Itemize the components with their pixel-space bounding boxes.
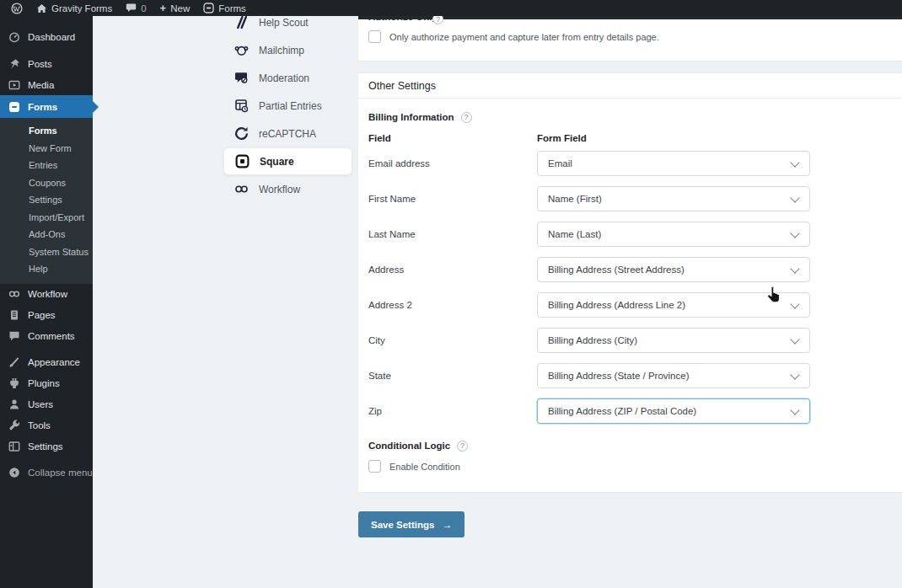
nav-item-workflow[interactable]: Workflow: [212, 175, 361, 203]
pushpin-icon: [8, 58, 20, 70]
nav-item-label: reCAPTCHA: [259, 128, 316, 140]
user-icon: [8, 398, 20, 410]
field-label: Email address: [368, 158, 537, 168]
chevron-down-icon: [790, 228, 799, 238]
sidebar-item-media[interactable]: Media: [0, 74, 93, 95]
new-content-button[interactable]: + New: [153, 0, 197, 16]
chevron-down-icon: [790, 299, 799, 308]
sidebar-item-label: Settings: [28, 441, 63, 452]
address2-field-select[interactable]: Billing Address (Address Line 2): [537, 292, 810, 318]
submenu-item-add-ons[interactable]: Add-Ons: [0, 226, 93, 243]
sidebar-item-label: Dashboard: [28, 32, 75, 42]
billing-field-rows: Email address Email First Name Name (Fir…: [368, 151, 892, 424]
select-value: Name (First): [548, 194, 602, 204]
plugin-icon: [8, 377, 20, 389]
select-value: Name (Last): [548, 229, 601, 239]
save-settings-label: Save Settings: [371, 520, 434, 530]
submenu-item-import-export[interactable]: Import/Export: [0, 209, 93, 227]
collapse-menu-button[interactable]: Collapse menu: [0, 462, 93, 484]
conditional-logic-header: Conditional Logic ?: [368, 439, 892, 452]
sidebar-item-label: Users: [28, 399, 53, 409]
comments-icon: [8, 330, 20, 342]
sidebar-item-comments[interactable]: Comments: [0, 326, 93, 347]
addon-settings-nav: Help Scout Mailchimp Moderation Partial …: [212, 8, 361, 203]
nav-item-mailchimp[interactable]: Mailchimp: [212, 36, 361, 64]
wordpress-menu-button[interactable]: [4, 0, 30, 16]
chevron-down-icon: [790, 405, 799, 414]
field-label: First Name: [368, 194, 537, 204]
sidebar-item-label: Comments: [28, 331, 75, 341]
submenu-item-forms[interactable]: Forms: [0, 122, 93, 140]
authorize-only-checkbox[interactable]: [368, 30, 381, 43]
city-field-select[interactable]: Billing Address (City): [537, 328, 810, 353]
enable-condition-checkbox[interactable]: [368, 460, 381, 473]
site-name: Gravity Forms: [51, 3, 112, 13]
sidebar-item-dashboard[interactable]: Dashboard: [0, 26, 93, 47]
sliders-icon: [8, 441, 20, 452]
sidebar-item-label: Appearance: [28, 357, 80, 367]
state-field-select[interactable]: Billing Address (State / Province): [537, 363, 810, 388]
sidebar-item-label: Forms: [28, 102, 57, 112]
help-icon[interactable]: ?: [461, 112, 472, 123]
sidebar-item-label: Plugins: [28, 378, 60, 388]
nav-item-partial-entries[interactable]: Partial Entries: [212, 92, 361, 120]
sidebar-item-workflow[interactable]: Workflow: [0, 284, 93, 305]
other-settings-card: Other Settings Billing Information ? Fie…: [358, 72, 902, 493]
save-settings-button[interactable]: Save Settings →: [358, 511, 464, 537]
email-field-select[interactable]: Email: [537, 151, 810, 176]
billing-row-address2: Address 2 Billing Address (Address Line …: [368, 292, 892, 318]
workflow-icon: [234, 182, 249, 196]
nav-item-label: Square: [260, 156, 294, 168]
nav-item-square[interactable]: Square: [223, 147, 352, 175]
select-value: Billing Address (State / Province): [548, 371, 689, 381]
partial-entries-icon: [234, 99, 249, 113]
submenu-item-entries[interactable]: Entries: [0, 157, 93, 174]
submenu-item-system-status[interactable]: System Status: [0, 243, 93, 261]
submenu-item-new-form[interactable]: New Form: [0, 140, 93, 158]
zip-field-select[interactable]: Billing Address (ZIP / Postal Code): [537, 398, 810, 424]
form-field-column-header: Form Field: [537, 133, 587, 143]
sidebar-item-users[interactable]: Users: [0, 394, 93, 415]
sidebar-item-appearance[interactable]: Appearance: [0, 352, 93, 373]
nav-item-label: Workflow: [259, 184, 300, 195]
forms-label: Forms: [218, 3, 246, 13]
submenu-item-coupons[interactable]: Coupons: [0, 174, 93, 192]
nav-item-label: Mailchimp: [259, 45, 304, 56]
wordpress-logo-icon: [11, 3, 23, 14]
last-name-field-select[interactable]: Name (Last): [537, 222, 810, 247]
infinity-icon: [8, 288, 20, 300]
sidebar-item-plugins[interactable]: Plugins: [0, 373, 93, 394]
field-label: Address: [368, 265, 537, 275]
nav-item-recaptcha[interactable]: reCAPTCHA: [212, 120, 361, 147]
first-name-field-select[interactable]: Name (First): [537, 186, 810, 211]
billing-information-header: Billing Information ?: [368, 110, 892, 124]
plus-icon: +: [160, 3, 167, 13]
field-column-header: Field: [368, 133, 537, 143]
field-label: Address 2: [368, 300, 537, 310]
field-label: Zip: [368, 406, 537, 416]
comments-shortcut[interactable]: 0: [119, 0, 153, 16]
other-settings-title: Other Settings: [358, 73, 902, 99]
help-icon[interactable]: ?: [457, 441, 468, 452]
submenu-item-settings[interactable]: Settings: [0, 191, 93, 209]
field-label: State: [368, 371, 537, 381]
site-link[interactable]: Gravity Forms: [30, 0, 119, 16]
sidebar-item-tools[interactable]: Tools: [0, 415, 93, 436]
forms-shortcut[interactable]: Forms: [196, 0, 253, 16]
sidebar-item-pages[interactable]: Pages: [0, 305, 93, 326]
active-menu-arrow: [93, 101, 99, 113]
sidebar-item-settings[interactable]: Settings: [0, 436, 93, 457]
address-field-select[interactable]: Billing Address (Street Address): [537, 257, 810, 282]
billing-information-label: Billing Information: [368, 112, 454, 122]
sidebar-item-posts[interactable]: Posts: [0, 53, 93, 74]
select-value: Billing Address (Street Address): [548, 265, 685, 275]
nav-item-moderation[interactable]: Moderation: [212, 64, 361, 92]
sidebar-item-forms[interactable]: Forms: [0, 95, 93, 118]
select-value: Email: [548, 158, 572, 168]
square-icon: [235, 154, 250, 168]
select-value: Billing Address (City): [548, 335, 637, 345]
moderation-icon: [234, 71, 249, 85]
collapse-arrow-icon: [8, 467, 20, 478]
mailchimp-icon: [234, 43, 249, 57]
submenu-item-help[interactable]: Help: [0, 260, 93, 278]
